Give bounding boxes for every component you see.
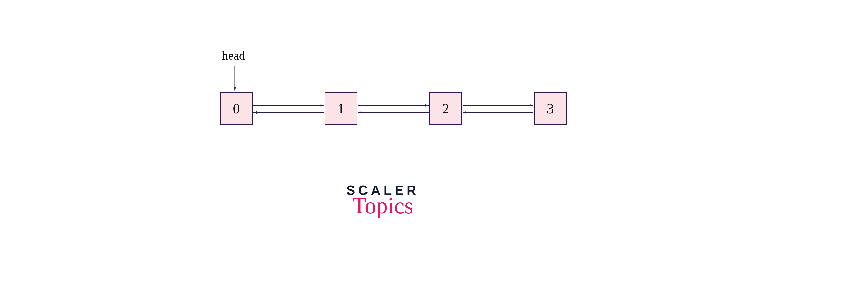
list-node-3: 3 (534, 92, 566, 125)
svg-marker-13 (463, 111, 466, 114)
list-node-1: 1 (324, 92, 357, 125)
svg-marker-7 (425, 104, 429, 107)
list-node-2: 2 (429, 92, 462, 125)
arrow-layer (0, 0, 868, 306)
logo-line2: Topics (319, 194, 446, 217)
svg-marker-11 (530, 104, 533, 107)
diagram-canvas: head 0123 SCALER Topics (0, 0, 868, 306)
head-label: head (222, 48, 245, 63)
brand-logo: SCALER Topics (319, 183, 446, 217)
svg-marker-1 (234, 87, 236, 91)
svg-marker-3 (320, 104, 324, 107)
svg-marker-5 (253, 111, 257, 114)
list-node-0: 0 (220, 92, 253, 125)
svg-marker-9 (358, 111, 362, 114)
